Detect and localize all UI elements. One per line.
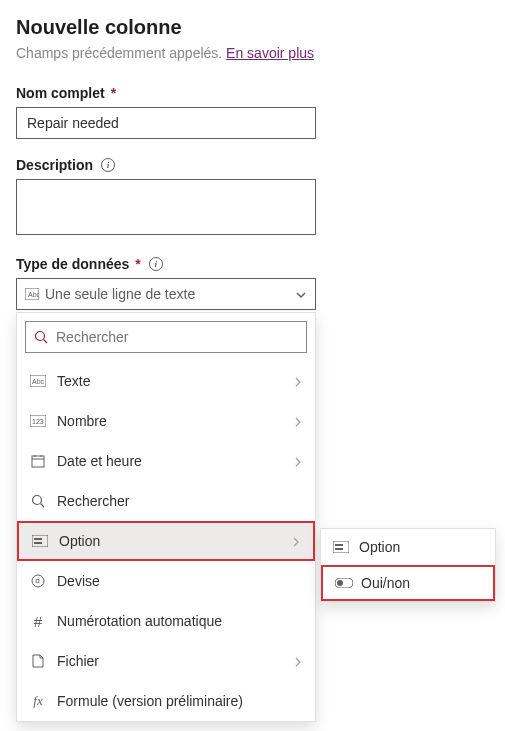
dropdown-item-lookup[interactable]: Rechercher	[17, 481, 315, 521]
svg-rect-14	[32, 535, 48, 547]
required-asterisk: *	[135, 256, 140, 272]
search-icon	[34, 330, 48, 344]
text-icon: Abc	[29, 375, 47, 387]
data-type-label: Type de données * i	[16, 256, 489, 272]
calendar-icon	[29, 454, 47, 468]
display-name-input[interactable]	[16, 107, 316, 139]
submenu-label: Option	[359, 539, 400, 555]
item-label: Formule (version préliminaire)	[57, 693, 243, 709]
required-asterisk: *	[111, 85, 116, 101]
chevron-right-icon	[293, 413, 303, 429]
item-label: Option	[59, 533, 100, 549]
svg-rect-16	[34, 542, 42, 544]
description-label: Description i	[16, 157, 489, 173]
svg-point-23	[337, 580, 343, 586]
text-icon: Abc	[25, 288, 39, 300]
page-title: Nouvelle colonne	[16, 16, 489, 39]
subtitle-text: Champs précédemment appelés.	[16, 45, 226, 61]
svg-point-2	[36, 332, 45, 341]
item-label: Rechercher	[57, 493, 129, 509]
choice-icon	[31, 535, 49, 547]
display-name-field: Nom complet *	[16, 85, 489, 139]
dropdown-item-datetime[interactable]: Date et heure	[17, 441, 315, 481]
svg-text:123: 123	[32, 418, 44, 425]
item-label: Nombre	[57, 413, 107, 429]
chevron-right-icon	[293, 653, 303, 669]
chevron-right-icon	[291, 533, 301, 549]
label-text: Nom complet	[16, 85, 105, 101]
learn-more-link[interactable]: En savoir plus	[226, 45, 314, 61]
submenu-item-choice[interactable]: Option	[321, 529, 495, 565]
svg-text:Abc: Abc	[28, 291, 39, 298]
dropdown-item-choice[interactable]: Option	[17, 521, 315, 561]
label-text: Description	[16, 157, 93, 173]
label-text: Type de données	[16, 256, 129, 272]
svg-rect-20	[335, 544, 343, 546]
dropdown-item-currency[interactable]: ¤ Devise	[17, 561, 315, 601]
data-type-select[interactable]: Abc Une seule ligne de texte	[16, 278, 316, 310]
choice-icon	[333, 541, 351, 553]
item-label: Numérotation automatique	[57, 613, 222, 629]
item-label: Fichier	[57, 653, 99, 669]
data-type-field: Type de données * i Abc Une seule ligne …	[16, 256, 489, 722]
subtitle: Champs précédemment appelés. En savoir p…	[16, 45, 489, 61]
selected-value: Une seule ligne de texte	[45, 286, 195, 302]
dropdown-item-number[interactable]: 123 Nombre	[17, 401, 315, 441]
svg-line-3	[44, 340, 48, 344]
svg-rect-8	[32, 456, 44, 467]
dropdown-search[interactable]	[25, 321, 307, 353]
svg-text:¤: ¤	[35, 576, 40, 586]
dropdown-item-text[interactable]: Abc Texte	[17, 361, 315, 401]
description-field: Description i	[16, 157, 489, 238]
formula-icon: fx	[29, 693, 47, 709]
chevron-down-icon	[295, 286, 307, 302]
svg-rect-21	[335, 548, 343, 550]
info-icon[interactable]: i	[101, 158, 115, 172]
search-icon	[29, 494, 47, 508]
svg-text:Abc: Abc	[32, 378, 45, 385]
svg-rect-19	[333, 541, 349, 553]
item-label: Date et heure	[57, 453, 142, 469]
display-name-label: Nom complet *	[16, 85, 489, 101]
chevron-right-icon	[293, 373, 303, 389]
item-label: Texte	[57, 373, 90, 389]
submenu-item-yesno[interactable]: Oui/non	[321, 565, 495, 601]
data-type-dropdown: Abc Texte 123 Nombre Date et heure	[16, 312, 316, 722]
submenu-label: Oui/non	[361, 575, 410, 591]
chevron-right-icon	[293, 453, 303, 469]
description-input[interactable]	[16, 179, 316, 235]
file-icon	[29, 654, 47, 668]
choice-submenu: Option Oui/non	[320, 528, 496, 602]
number-icon: 123	[29, 415, 47, 427]
info-icon[interactable]: i	[149, 257, 163, 271]
dropdown-item-formula[interactable]: fx Formule (version préliminaire)	[17, 681, 315, 721]
svg-point-12	[33, 496, 42, 505]
dropdown-item-autonumber[interactable]: # Numérotation automatique	[17, 601, 315, 641]
toggle-icon	[335, 578, 353, 588]
svg-rect-15	[34, 538, 42, 540]
dropdown-item-file[interactable]: Fichier	[17, 641, 315, 681]
svg-line-13	[41, 504, 45, 508]
hash-icon: #	[29, 613, 47, 630]
search-input[interactable]	[56, 329, 298, 345]
currency-icon: ¤	[29, 574, 47, 588]
item-label: Devise	[57, 573, 100, 589]
